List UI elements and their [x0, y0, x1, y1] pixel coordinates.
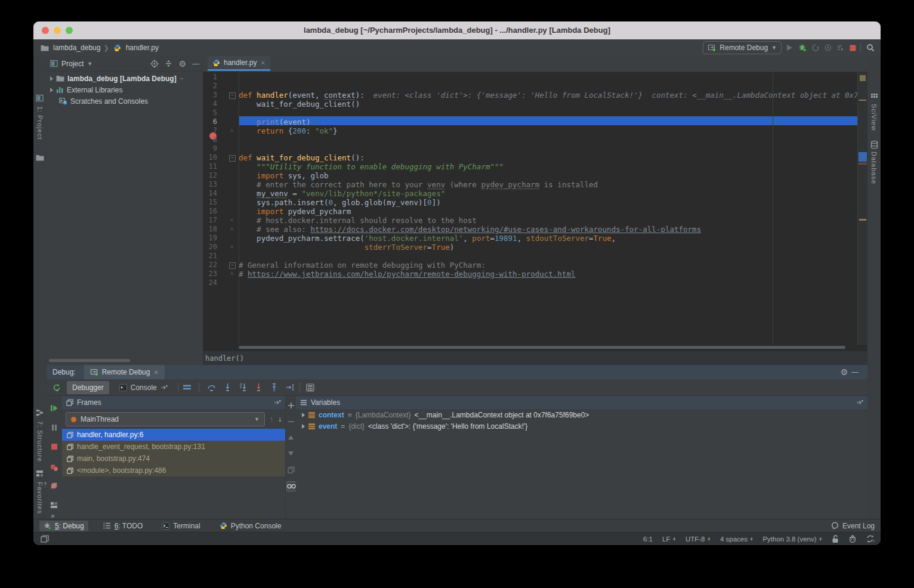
status-item[interactable]: UTF-8▲▼: [686, 536, 711, 543]
error-stripe[interactable]: [857, 72, 867, 345]
restore-layout-icon[interactable]: [49, 500, 59, 510]
rerun-debug-icon[interactable]: [53, 383, 61, 392]
error-stripe-mark[interactable]: [859, 100, 866, 101]
close-tab-icon[interactable]: ✕: [260, 60, 265, 66]
variable-row[interactable]: context={LambdaContext}<__main__.LambdaC…: [296, 409, 867, 420]
tool-window-switcher-icon[interactable]: [41, 535, 49, 543]
tree-item[interactable]: Scratches and Consoles: [47, 95, 203, 107]
debug-button-icon[interactable]: [798, 44, 807, 52]
coverage-button-icon[interactable]: [825, 44, 832, 51]
tool-window-button-todo[interactable]: 6: TODO: [99, 521, 147, 531]
force-step-into-icon[interactable]: [239, 383, 247, 391]
status-item[interactable]: Python 3.8 (venv)▲▼: [762, 536, 822, 543]
tree-item[interactable]: External Libraries: [47, 84, 203, 95]
error-stripe-mark[interactable]: [859, 219, 866, 221]
rerun-button-icon[interactable]: [837, 44, 844, 51]
move-down-icon[interactable]: [286, 449, 295, 458]
tool-button-database[interactable]: Database: [870, 151, 878, 184]
tool-window-button-terminal[interactable]: Terminal: [158, 521, 204, 531]
error-stripe-mark[interactable]: [859, 152, 867, 162]
evaluate-expression-icon[interactable]: [305, 382, 316, 393]
fold-marker-icon[interactable]: ˄: [230, 128, 233, 134]
update-arrows-icon[interactable]: ?: [866, 535, 875, 543]
run-config-selector[interactable]: Remote Debug ▼: [703, 41, 782, 54]
resume-icon[interactable]: [49, 403, 59, 413]
pin-icon[interactable]: [856, 397, 863, 408]
close-session-icon[interactable]: ✕: [153, 369, 158, 376]
favorites-tool-icon[interactable]: [36, 470, 44, 477]
previous-frame-icon[interactable]: ↑: [270, 415, 273, 423]
tree-item[interactable]: lambda_debug [Lambda Debug] ~: [47, 73, 203, 84]
debug-session-tab[interactable]: Remote Debug ✕: [84, 365, 165, 379]
pause-icon[interactable]: [49, 422, 59, 432]
fold-marker-icon[interactable]: ˄: [230, 271, 233, 277]
breadcrumb-file[interactable]: handler.py: [126, 44, 159, 52]
expand-arrow-icon[interactable]: [302, 424, 305, 429]
step-into-my-code-icon[interactable]: [255, 383, 263, 391]
fold-marker-icon[interactable]: ˅: [230, 217, 233, 223]
hide-tool-window-icon[interactable]: —: [850, 367, 860, 377]
tool-button-sciview[interactable]: SciView: [870, 104, 878, 131]
step-over-icon[interactable]: [207, 383, 216, 391]
expand-arrow-icon[interactable]: [50, 76, 53, 81]
expand-arrow-icon[interactable]: [50, 88, 53, 92]
move-up-icon[interactable]: [286, 433, 295, 442]
step-into-icon[interactable]: [224, 383, 231, 391]
fold-marker-icon[interactable]: −: [229, 92, 236, 99]
breadcrumb-function[interactable]: handler(): [205, 354, 244, 363]
variable-row[interactable]: event={dict}<class 'dict'>: {'message': …: [296, 420, 867, 432]
tool-window-button-pythonconsole[interactable]: Python Console: [215, 521, 286, 531]
settings-gear-icon[interactable]: ⚙: [178, 59, 186, 69]
thread-dropdown[interactable]: MainThread ▼: [66, 412, 265, 426]
project-tool-icon[interactable]: [36, 94, 44, 102]
caret-down-icon[interactable]: ▼: [87, 61, 92, 67]
status-item[interactable]: LF▲▼: [662, 536, 676, 543]
frame-row[interactable]: handler, handler.py:6: [62, 429, 285, 441]
view-breakpoints-icon[interactable]: [49, 463, 59, 473]
fold-marker-icon[interactable]: −: [229, 155, 236, 162]
event-log-button[interactable]: Event Log: [831, 521, 875, 531]
tool-button-project[interactable]: 1: Project: [36, 106, 44, 140]
structure-tool-icon[interactable]: [36, 409, 44, 416]
show-watches-icon[interactable]: [286, 481, 297, 491]
mute-breakpoints-icon[interactable]: [49, 481, 59, 491]
fold-marker-icon[interactable]: −: [229, 262, 236, 269]
hide-panel-icon[interactable]: —: [192, 60, 199, 68]
tab-debugger[interactable]: Debugger: [67, 381, 109, 394]
profiler-button-icon[interactable]: [812, 44, 819, 51]
run-button-icon[interactable]: [786, 44, 793, 51]
next-frame-icon[interactable]: ↓: [278, 415, 282, 423]
locate-file-icon[interactable]: [150, 60, 159, 68]
tab-console[interactable]: Console: [114, 381, 173, 394]
stop-square-icon[interactable]: [49, 441, 59, 451]
expand-arrow-icon[interactable]: [302, 413, 305, 417]
settings-gear-icon[interactable]: ⚙: [839, 367, 850, 377]
stop-button-icon[interactable]: [850, 45, 856, 51]
breadcrumb-project[interactable]: lambda_debug: [53, 44, 100, 52]
error-stripe-mark[interactable]: [859, 163, 867, 165]
editor-horizontal-scrollbar[interactable]: [239, 346, 858, 349]
inspections-profile-icon[interactable]: [848, 535, 857, 543]
database-icon[interactable]: [870, 141, 878, 149]
project-horizontal-scrollbar[interactable]: [49, 359, 130, 362]
run-to-cursor-icon[interactable]: [286, 383, 295, 391]
rerun-debug-icon[interactable]: [51, 382, 62, 393]
duplicate-watch-icon[interactable]: [286, 465, 295, 474]
add-watch-icon[interactable]: [286, 401, 295, 410]
frame-row[interactable]: <module>, bootstrap.py:486: [62, 465, 285, 476]
search-everywhere-icon[interactable]: [865, 42, 876, 53]
tool-button-structure[interactable]: 7: Structure: [36, 421, 44, 462]
sciview-icon[interactable]: [870, 93, 878, 101]
collapse-all-icon[interactable]: [165, 60, 172, 67]
project-panel-title[interactable]: Project: [61, 60, 84, 68]
error-stripe-mark[interactable]: [860, 75, 866, 81]
show-execution-point-icon[interactable]: [183, 384, 191, 391]
search-everywhere-icon[interactable]: [866, 44, 875, 52]
status-item[interactable]: 6:1: [643, 536, 653, 543]
editor-gutter[interactable]: 123−4567˄8910−11121314151617˅18˄1920˄212…: [203, 72, 239, 345]
code-area[interactable]: def handler(event, context): event: <cla…: [239, 72, 858, 345]
evaluate-expression-icon[interactable]: [306, 383, 314, 392]
frame-row[interactable]: handle_event_request, bootstrap.py:131: [62, 441, 285, 453]
tool-window-button-debug[interactable]: 5: Debug: [39, 521, 88, 531]
fold-marker-icon[interactable]: ˄: [230, 244, 233, 250]
